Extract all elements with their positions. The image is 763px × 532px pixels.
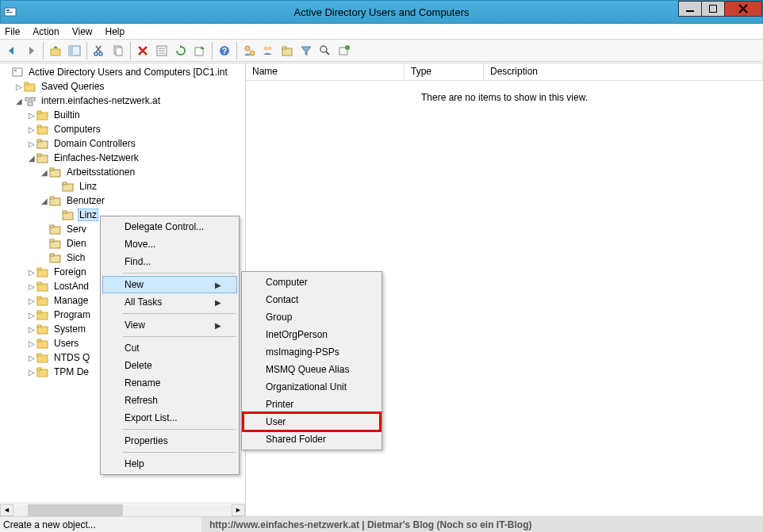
ctx-delegate[interactable]: Delegate Control... [102,218,237,235]
titlebar: Active Directory Users and Computers [0,0,763,24]
tree-benutzer[interactable]: ◢Benutzer [0,193,245,208]
svg-rect-39 [28,102,33,105]
tree-saved-queries[interactable]: ▷Saved Queries [0,79,245,94]
menu-action[interactable]: Action [33,26,59,37]
new-msmq[interactable]: MSMQ Queue Alias [243,361,380,378]
add-criteria-icon[interactable] [335,42,353,59]
svg-rect-4 [709,5,717,13]
back-button[interactable] [3,42,21,59]
tree-linz1[interactable]: ▷Linz [0,179,245,193]
ctx-properties[interactable]: Properties [102,432,237,450]
svg-rect-61 [50,254,54,256]
ctx-alltasks[interactable]: All Tasks▶ [102,293,237,311]
minimize-button[interactable] [678,1,702,17]
svg-rect-7 [51,49,60,55]
list-header[interactable]: Name Type Description [246,63,763,81]
tree-dc[interactable]: ▷Domain Controllers [0,136,245,151]
svg-rect-33 [13,68,22,76]
svg-point-24 [250,51,255,55]
svg-rect-73 [37,339,41,342]
new-sharedfolder[interactable]: Shared Folder [243,431,380,448]
svg-text:?: ? [222,47,227,55]
svg-rect-69 [37,311,41,313]
menu-help[interactable]: Help [105,26,125,37]
ctx-rename[interactable]: Rename [102,374,237,392]
ctx-move[interactable]: Move... [102,235,237,253]
find-icon[interactable] [316,42,334,59]
menubar: File Action View Help [0,24,763,40]
ctx-find[interactable]: Find... [102,253,237,270]
svg-line-30 [326,52,329,55]
tree-domain[interactable]: ◢intern.einfaches-netzwerk.at [0,94,245,108]
new-contact[interactable]: Contact [243,291,380,308]
col-type[interactable]: Type [405,63,484,80]
svg-point-29 [320,46,327,52]
svg-rect-2 [6,12,13,13]
new-ou-icon[interactable] [278,42,296,59]
col-desc[interactable]: Description [484,63,763,80]
ctx-refresh[interactable]: Refresh [102,392,237,409]
svg-rect-71 [37,325,41,327]
svg-rect-37 [25,98,29,101]
tree-computers[interactable]: ▷Computers [0,122,245,136]
cut-icon[interactable] [90,42,108,59]
statusbar: Create a new object... http://www.einfac… [0,516,763,532]
svg-rect-49 [50,168,54,170]
empty-list-message: There are no items to show in this view. [246,81,763,103]
copy-icon[interactable] [109,42,127,59]
maximize-button[interactable] [701,1,725,17]
ctx-cut[interactable]: Cut [102,339,237,357]
svg-rect-28 [282,47,286,49]
tree-arbeit[interactable]: ◢Arbeitsstationen [0,165,245,179]
context-menu-node: Delegate Control... Move... Find... New▶… [100,216,240,475]
properties-icon[interactable] [153,42,171,59]
refresh-icon[interactable] [172,42,190,59]
ctx-delete[interactable]: Delete [102,357,237,374]
svg-rect-43 [37,125,41,128]
col-name[interactable]: Name [246,63,405,80]
svg-point-26 [268,46,272,50]
svg-rect-65 [37,282,41,285]
svg-rect-77 [37,368,41,370]
new-inetorg[interactable]: InetOrgPerson [243,326,380,343]
up-button[interactable] [47,42,64,59]
svg-rect-63 [37,268,41,270]
svg-rect-53 [50,197,54,199]
svg-rect-1 [6,10,10,11]
new-computer[interactable]: Computer [243,274,380,291]
tree-builtin[interactable]: ▷Builtin [0,108,245,122]
tree-root[interactable]: ▶Active Directory Users and Computers [D… [0,65,245,79]
submenu-arrow-icon: ▶ [215,281,221,289]
show-hide-tree-button[interactable] [66,42,83,59]
context-submenu-new: Computer Contact Group InetOrgPerson msI… [241,271,382,450]
delete-icon[interactable] [134,42,151,59]
new-group-icon[interactable] [259,42,277,59]
forward-button[interactable] [22,42,40,59]
ctx-export[interactable]: Export List... [102,409,237,427]
close-button[interactable] [724,1,762,17]
help-icon[interactable]: ? [216,42,233,59]
ctx-view[interactable]: View▶ [102,316,237,334]
svg-point-11 [99,52,102,55]
ctx-new[interactable]: New▶ [102,276,237,293]
tree-en[interactable]: ◢Einfaches-Netzwerk [0,151,245,165]
svg-rect-47 [37,154,41,156]
new-group[interactable]: Group [243,308,380,326]
new-ou[interactable]: Organizational Unit [243,378,380,396]
menu-file[interactable]: File [5,26,20,37]
tree-horizontal-scrollbar[interactable]: ◄► [0,503,245,516]
svg-rect-59 [50,239,54,242]
svg-point-25 [264,46,268,50]
ctx-help[interactable]: Help [102,455,237,473]
menu-view[interactable]: View [72,26,93,37]
new-printer[interactable]: Printer [243,396,380,413]
export-icon[interactable] [191,42,209,59]
new-user-icon[interactable] [240,42,258,59]
svg-rect-3 [686,10,694,12]
new-msimaging[interactable]: msImaging-PSPs [243,343,380,361]
new-user[interactable]: User [243,413,380,431]
toolbar: ? [0,40,763,62]
svg-rect-75 [37,354,41,356]
svg-rect-51 [63,182,67,185]
filter-icon[interactable] [297,42,315,59]
